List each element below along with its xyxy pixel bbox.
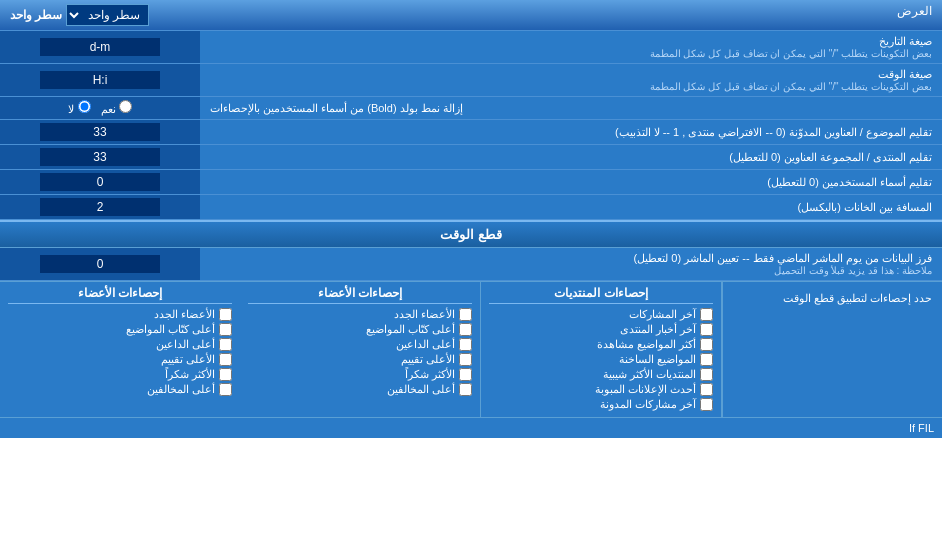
check-top-inviters2[interactable] bbox=[219, 338, 232, 351]
bold-no-radio[interactable] bbox=[78, 100, 91, 113]
stats-section: حدد إحصاءات لتطبيق قطع الوقت إحصاءات الم… bbox=[0, 281, 942, 417]
time-input[interactable] bbox=[40, 71, 160, 89]
check-top-warned[interactable] bbox=[459, 383, 472, 396]
list-item: أحدث الإعلانات المبوبة bbox=[489, 383, 713, 396]
username-input[interactable] bbox=[40, 173, 160, 191]
spacing-label: المسافة بين الخانات (بالبكسل) bbox=[200, 195, 942, 219]
page-title: العرض bbox=[159, 0, 942, 30]
list-item: أعلى الداعين bbox=[8, 338, 232, 351]
forum-input-cell bbox=[0, 145, 200, 169]
username-label: تقليم أسماء المستخدمين (0 للتعطيل) bbox=[200, 170, 942, 194]
check-top-rated[interactable] bbox=[459, 353, 472, 366]
bottom-note: If FIL bbox=[0, 417, 942, 438]
date-input[interactable] bbox=[40, 38, 160, 56]
filter-label: فرز البيانات من يوم الماشر الماضي فقط --… bbox=[200, 248, 942, 280]
spacing-input[interactable] bbox=[40, 198, 160, 216]
time-field-row: صيغة الوقت بعض التكوينات يتطلب "/" التي … bbox=[0, 64, 942, 97]
list-item: الأعلى تقييم bbox=[8, 353, 232, 366]
forum-label: تقليم المنتدى / المجموعة العناوين (0 للت… bbox=[200, 145, 942, 169]
filter-input-cell bbox=[0, 248, 200, 280]
spacing-input-cell bbox=[0, 195, 200, 219]
section-title: قطع الوقت bbox=[0, 220, 942, 248]
list-item: أعلى كتّاب المواضيع bbox=[8, 323, 232, 336]
bold-yes-radio[interactable] bbox=[119, 100, 132, 113]
username-field-row: تقليم أسماء المستخدمين (0 للتعطيل) bbox=[0, 170, 942, 195]
topic-field-row: تقليم الموضوع / العناوين المدوّنة (0 -- … bbox=[0, 120, 942, 145]
check-blog-posts[interactable] bbox=[700, 398, 713, 411]
filter-input[interactable] bbox=[40, 255, 160, 273]
bold-radio-cell: نعم لا bbox=[0, 97, 200, 119]
spacing-field-row: المسافة بين الخانات (بالبكسل) bbox=[0, 195, 942, 220]
list-item: آخر أخبار المنتدى bbox=[489, 323, 713, 336]
bold-field-row: إزالة نمط بولد (Bold) من أسماء المستخدمي… bbox=[0, 97, 942, 120]
stats-col-members: إحصاءات الأعضاء الأعضاء الجدد أعلى كتّاب… bbox=[240, 282, 481, 417]
username-input-cell bbox=[0, 170, 200, 194]
stats-col-members-title: إحصاءات الأعضاء bbox=[248, 286, 472, 304]
check-most-thanked2[interactable] bbox=[219, 368, 232, 381]
check-top-warned2[interactable] bbox=[219, 383, 232, 396]
list-item: الأعضاء الجدد bbox=[8, 308, 232, 321]
check-most-viewed[interactable] bbox=[700, 338, 713, 351]
list-item: أكثر المواضيع مشاهدة bbox=[489, 338, 713, 351]
stats-col-forums-title: إحصاءات المنتديات bbox=[489, 286, 713, 304]
bold-yes-label: نعم bbox=[101, 100, 132, 116]
check-forum-news[interactable] bbox=[700, 323, 713, 336]
forum-input[interactable] bbox=[40, 148, 160, 166]
bold-label: إزالة نمط بولد (Bold) من أسماء المستخدمي… bbox=[200, 97, 942, 119]
stats-col-members2: إحصاءات الأعضاء الأعضاء الجدد أعلى كتّاب… bbox=[0, 282, 240, 417]
list-item: آخر المشاركات bbox=[489, 308, 713, 321]
list-item: المنتديات الأكثر شيبية bbox=[489, 368, 713, 381]
stats-col-members2-title: إحصاءات الأعضاء bbox=[8, 286, 232, 304]
list-item: المواضيع الساخنة bbox=[489, 353, 713, 366]
check-popular-forums[interactable] bbox=[700, 368, 713, 381]
list-item: الأعلى تقييم bbox=[248, 353, 472, 366]
stats-columns: إحصاءات المنتديات آخر المشاركات آخر أخبا… bbox=[0, 282, 722, 417]
check-new-members2[interactable] bbox=[219, 308, 232, 321]
check-top-writers2[interactable] bbox=[219, 323, 232, 336]
date-label: صيغة التاريخ بعض التكوينات يتطلب "/" الت… bbox=[200, 31, 942, 63]
list-item: آخر مشاركات المدونة bbox=[489, 398, 713, 411]
time-label: صيغة الوقت بعض التكوينات يتطلب "/" التي … bbox=[200, 64, 942, 96]
list-item: الأعضاء الجدد bbox=[248, 308, 472, 321]
topic-label: تقليم الموضوع / العناوين المدوّنة (0 -- … bbox=[200, 120, 942, 144]
list-item: الأكثر شكراً bbox=[8, 368, 232, 381]
list-item: أعلى كتّاب المواضيع bbox=[248, 323, 472, 336]
forum-field-row: تقليم المنتدى / المجموعة العناوين (0 للت… bbox=[0, 145, 942, 170]
check-last-posts[interactable] bbox=[700, 308, 713, 321]
list-item: أعلى الداعين bbox=[248, 338, 472, 351]
time-input-cell bbox=[0, 64, 200, 96]
check-most-thanked[interactable] bbox=[459, 368, 472, 381]
check-new-members[interactable] bbox=[459, 308, 472, 321]
check-top-inviters[interactable] bbox=[459, 338, 472, 351]
list-item: الأكثر شكراً bbox=[248, 368, 472, 381]
list-item: أعلى المخالفين bbox=[8, 383, 232, 396]
stats-col-forums: إحصاءات المنتديات آخر المشاركات آخر أخبا… bbox=[481, 282, 722, 417]
list-item: أعلى المخالفين bbox=[248, 383, 472, 396]
check-top-rated2[interactable] bbox=[219, 353, 232, 366]
check-top-writers[interactable] bbox=[459, 323, 472, 336]
filter-field-row: فرز البيانات من يوم الماشر الماضي فقط --… bbox=[0, 248, 942, 281]
display-select[interactable]: سطر واحد سطران ثلاثة أسطر bbox=[66, 4, 149, 26]
topic-input-cell bbox=[0, 120, 200, 144]
check-hot-topics[interactable] bbox=[700, 353, 713, 366]
check-classified-ads[interactable] bbox=[700, 383, 713, 396]
select-label: سطر واحد bbox=[10, 8, 62, 22]
date-input-cell bbox=[0, 31, 200, 63]
topic-input[interactable] bbox=[40, 123, 160, 141]
date-field-row: صيغة التاريخ بعض التكوينات يتطلب "/" الت… bbox=[0, 31, 942, 64]
bold-no-label: لا bbox=[68, 100, 90, 116]
top-select-container: سطر واحد سطران ثلاثة أسطر سطر واحد bbox=[0, 0, 159, 30]
stats-limit-label: حدد إحصاءات لتطبيق قطع الوقت bbox=[722, 282, 942, 417]
